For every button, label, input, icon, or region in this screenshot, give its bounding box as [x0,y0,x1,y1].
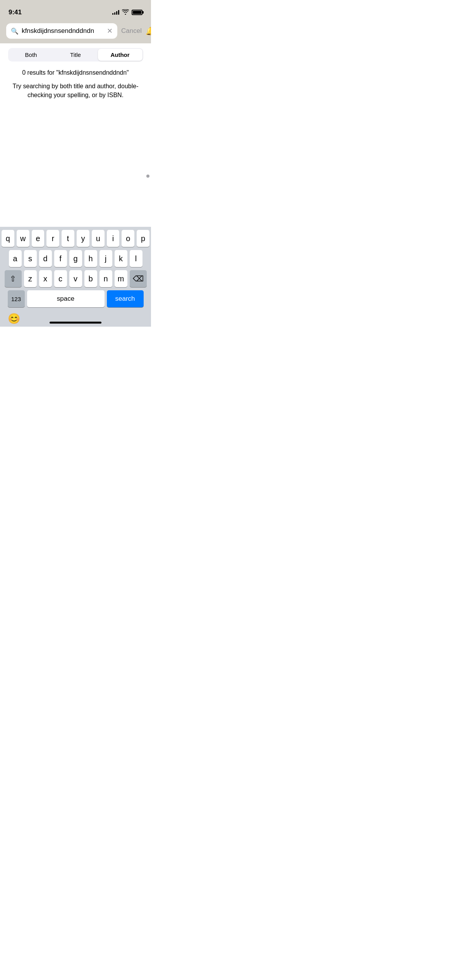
scroll-indicator [146,175,149,178]
cancel-button[interactable]: Cancel [121,27,142,35]
numbers-key[interactable]: 123 [8,290,25,307]
key-w[interactable]: w [17,230,29,247]
keyboard-row-2: a s d f g h j k l [2,250,149,267]
key-z[interactable]: z [24,270,37,287]
emoji-key[interactable]: 😊 [8,313,20,325]
tab-title[interactable]: Title [53,49,98,61]
key-n[interactable]: n [100,270,112,287]
key-g[interactable]: g [69,250,82,267]
key-t[interactable]: t [62,230,74,247]
key-s[interactable]: s [24,250,37,267]
shift-key[interactable]: ⇧ [5,270,22,287]
key-j[interactable]: j [100,250,112,267]
key-o[interactable]: o [122,230,134,247]
key-x[interactable]: x [39,270,52,287]
key-m[interactable]: m [115,270,127,287]
bell-icon[interactable]: 🔔 [146,26,151,36]
keyboard-row-3: ⇧ z x c v b n m ⌫ [2,270,149,287]
no-results-text: 0 results for "kfnskdijdnsnsendnddndn" [8,69,143,76]
filter-tabs-inner: Both Title Author [8,48,143,62]
key-c[interactable]: c [54,270,67,287]
tab-author[interactable]: Author [98,49,142,61]
filter-tabs: Both Title Author [0,43,151,66]
key-d[interactable]: d [39,250,52,267]
key-y[interactable]: y [77,230,89,247]
backspace-key[interactable]: ⌫ [130,270,147,287]
wifi-icon [122,9,129,16]
search-input-container[interactable]: 🔍 ✕ [6,23,117,39]
signal-icon [112,10,119,15]
search-icon: 🔍 [11,27,19,35]
keyboard-row-1: q w e r t y u i o p [2,230,149,247]
search-bar-area: 🔍 ✕ Cancel 🔔 [0,19,151,43]
home-indicator [50,322,101,324]
key-r[interactable]: r [46,230,59,247]
clear-button[interactable]: ✕ [107,27,113,35]
keyboard: q w e r t y u i o p a s d f g h j k l ⇧ … [0,227,151,327]
tab-both[interactable]: Both [9,49,53,61]
suggestion-text: Try searching by both title and author, … [8,82,143,99]
content-area: 0 results for "kfnskdijdnsnsendnddndn" T… [0,66,151,227]
search-key[interactable]: search [107,290,144,307]
key-k[interactable]: k [115,250,127,267]
key-b[interactable]: b [84,270,97,287]
key-h[interactable]: h [84,250,97,267]
key-l[interactable]: l [130,250,142,267]
keyboard-footer: 😊 [2,307,149,327]
status-time: 9:41 [9,9,22,16]
results-area: 0 results for "kfnskdijdnsnsendnddndn" T… [0,66,151,103]
space-key[interactable]: space [27,290,105,307]
key-i[interactable]: i [107,230,120,247]
status-icons [112,9,142,16]
status-bar: 9:41 [0,0,151,19]
key-e[interactable]: e [32,230,45,247]
keyboard-row-4: 123 space search [2,290,149,307]
key-p[interactable]: p [137,230,149,247]
battery-icon [132,10,142,15]
key-v[interactable]: v [69,270,82,287]
key-a[interactable]: a [9,250,22,267]
key-q[interactable]: q [2,230,14,247]
empty-results-area [0,103,151,227]
search-input[interactable] [22,27,104,35]
key-f[interactable]: f [54,250,67,267]
key-u[interactable]: u [92,230,105,247]
app-container: 9:41 🔍 [0,0,151,327]
